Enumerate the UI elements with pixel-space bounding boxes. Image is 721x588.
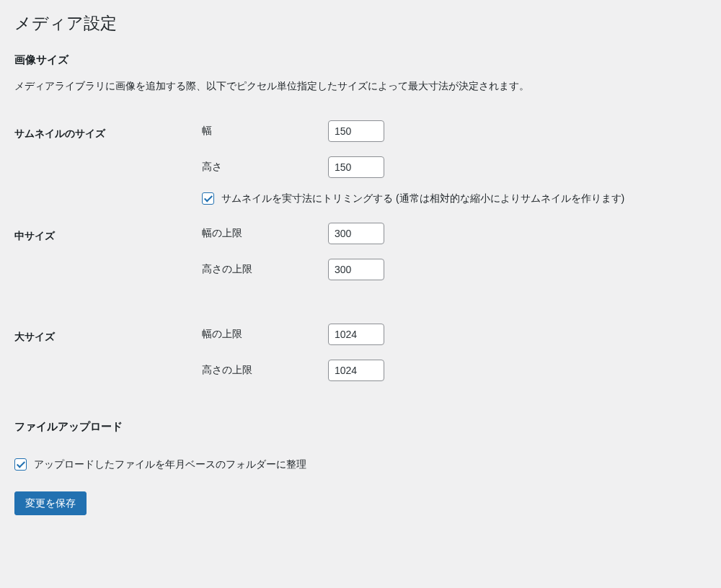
medium-label: 中サイズ	[14, 223, 202, 298]
thumbnail-width-label: 幅	[202, 125, 328, 138]
organize-checkbox[interactable]	[14, 458, 27, 471]
medium-row: 中サイズ 幅の上限 高さの上限	[14, 223, 707, 298]
large-height-input[interactable]	[328, 360, 384, 381]
thumbnail-crop-label[interactable]: サムネイルを実寸法にトリミングする (通常は相対的な縮小によりサムネイルを作りま…	[221, 192, 624, 205]
medium-width-label: 幅の上限	[202, 227, 328, 240]
large-width-label: 幅の上限	[202, 328, 328, 341]
thumbnail-crop-checkbox[interactable]	[202, 192, 214, 205]
large-height-label: 高さの上限	[202, 364, 328, 377]
large-height-row: 高さの上限	[202, 360, 707, 381]
submit-row: 変更を保存	[14, 491, 707, 516]
thumbnail-label: サムネイルのサイズ	[14, 120, 202, 223]
thumbnail-width-row: 幅	[202, 120, 707, 142]
medium-width-input[interactable]	[328, 223, 384, 244]
upload-heading: ファイルアップロード	[14, 420, 707, 434]
medium-height-row: 高さの上限	[202, 259, 707, 280]
large-row: 大サイズ 幅の上限 高さの上限	[14, 324, 707, 398]
page-title: メディア設定	[14, 13, 707, 35]
upload-section: ファイルアップロード アップロードしたファイルを年月ベースのフォルダーに整理	[14, 420, 707, 471]
thumbnail-row: サムネイルのサイズ 幅 高さ サムネイルを実寸法にトリミングする (通常は相対的…	[14, 120, 707, 223]
thumbnail-height-label: 高さ	[202, 161, 328, 174]
medium-height-input[interactable]	[328, 259, 384, 280]
thumbnail-height-input[interactable]	[328, 156, 384, 178]
medium-width-row: 幅の上限	[202, 223, 707, 244]
organize-label[interactable]: アップロードしたファイルを年月ベースのフォルダーに整理	[34, 458, 306, 471]
large-width-row: 幅の上限	[202, 324, 707, 345]
medium-height-label: 高さの上限	[202, 263, 328, 276]
large-label: 大サイズ	[14, 324, 202, 398]
thumbnail-height-row: 高さ	[202, 156, 707, 178]
image-sizes-heading: 画像サイズ	[14, 53, 707, 67]
thumbnail-width-input[interactable]	[328, 120, 384, 142]
image-sizes-description: メディアライブラリに画像を追加する際、以下でピクセル単位指定したサイズによって最…	[14, 80, 707, 93]
save-button[interactable]: 変更を保存	[14, 491, 87, 516]
large-width-input[interactable]	[328, 324, 384, 345]
organize-row: アップロードしたファイルを年月ベースのフォルダーに整理	[14, 458, 707, 471]
settings-table: サムネイルのサイズ 幅 高さ サムネイルを実寸法にトリミングする (通常は相対的…	[14, 120, 707, 398]
thumbnail-crop-row: サムネイルを実寸法にトリミングする (通常は相対的な縮小によりサムネイルを作りま…	[202, 192, 707, 205]
